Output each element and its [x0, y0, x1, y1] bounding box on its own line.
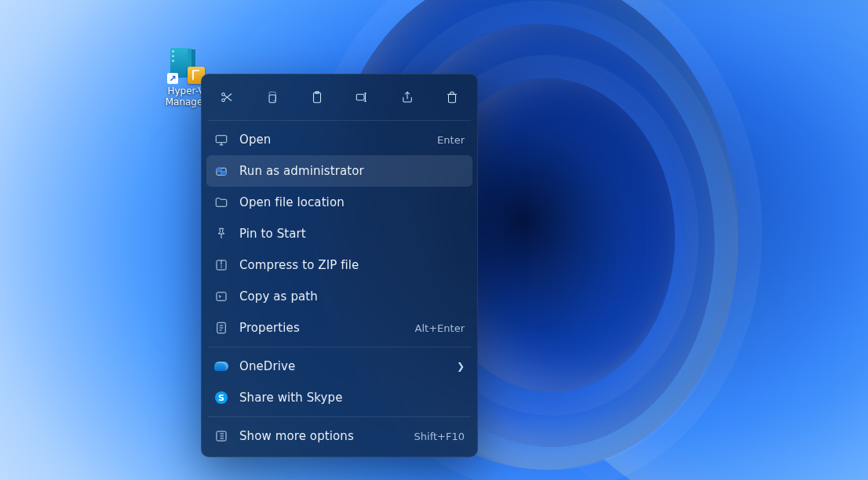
menu-item-label: OneDrive	[239, 359, 446, 373]
svg-rect-6	[448, 94, 455, 103]
cut-button[interactable]	[210, 84, 244, 111]
menu-item-pin-to-start[interactable]: Pin to Start	[206, 218, 472, 249]
menu-item-shortcut: Enter	[437, 134, 465, 146]
menu-separator	[208, 347, 471, 347]
menu-item-compress-to-zip[interactable]: Compress to ZIP file	[206, 249, 472, 281]
menu-item-onedrive[interactable]: OneDrive ❯	[206, 351, 472, 382]
svg-rect-3	[313, 93, 320, 103]
shield-icon	[214, 164, 228, 178]
menu-item-share-with-skype[interactable]: S Share with Skype	[206, 382, 472, 413]
rename-icon	[355, 90, 369, 104]
properties-icon	[214, 321, 228, 335]
share-button[interactable]	[390, 84, 425, 111]
menu-item-copy-as-path[interactable]: Copy as path	[206, 281, 472, 312]
svg-rect-10	[221, 172, 226, 176]
svg-point-0	[222, 93, 225, 96]
path-icon	[214, 289, 228, 304]
svg-point-1	[222, 99, 225, 102]
menu-item-open[interactable]: Open Enter	[206, 124, 472, 155]
share-icon	[400, 90, 414, 104]
rename-button[interactable]	[345, 84, 379, 111]
menu-separator	[208, 120, 471, 121]
onedrive-icon	[214, 359, 228, 373]
menu-item-label: Compress to ZIP file	[239, 258, 465, 272]
more-options-icon	[214, 429, 228, 443]
menu-item-label: Show more options	[239, 429, 403, 443]
svg-rect-7	[216, 136, 227, 143]
paste-icon	[310, 90, 324, 104]
context-menu-quick-actions	[206, 79, 472, 117]
menu-separator	[208, 416, 471, 417]
skype-icon: S	[214, 391, 228, 405]
shortcut-overlay-icon: ↗	[167, 73, 178, 84]
menu-item-show-more-options[interactable]: Show more options Shift+F10	[206, 420, 472, 452]
folder-icon	[214, 195, 228, 209]
menu-item-label: Run as administrator	[239, 164, 465, 178]
menu-item-properties[interactable]: Properties Alt+Enter	[206, 312, 472, 344]
zip-icon	[214, 258, 228, 272]
trash-icon	[445, 90, 459, 104]
scissors-icon	[220, 90, 234, 104]
svg-rect-5	[356, 94, 364, 100]
copy-button[interactable]	[254, 84, 289, 111]
hyperv-manager-icon: ↗	[167, 46, 205, 84]
context-menu: Open Enter Run as administrator Open fil…	[201, 74, 478, 457]
menu-item-shortcut: Alt+Enter	[415, 322, 465, 334]
pin-icon	[214, 227, 228, 241]
delete-button[interactable]	[435, 84, 469, 111]
menu-item-label: Pin to Start	[239, 227, 465, 241]
menu-item-run-as-administrator[interactable]: Run as administrator	[206, 155, 472, 187]
menu-item-open-file-location[interactable]: Open file location	[206, 187, 472, 218]
svg-rect-9	[217, 168, 221, 172]
menu-item-label: Copy as path	[239, 289, 465, 304]
svg-rect-2	[269, 95, 275, 103]
menu-item-label: Open	[239, 133, 426, 147]
menu-item-shortcut: Shift+F10	[414, 431, 465, 442]
paste-button[interactable]	[300, 84, 334, 111]
chevron-right-icon: ❯	[457, 361, 465, 372]
menu-item-label: Open file location	[239, 195, 465, 209]
monitor-icon	[214, 133, 228, 147]
menu-item-label: Properties	[239, 321, 404, 335]
menu-item-label: Share with Skype	[239, 391, 465, 405]
copy-icon	[264, 90, 279, 104]
